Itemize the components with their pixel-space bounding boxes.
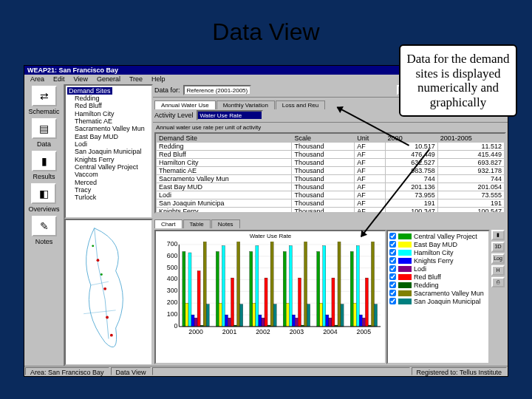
legend-item[interactable]: Sacramento Valley Mun: [389, 290, 487, 297]
tree-item[interactable]: Vaccom: [67, 171, 150, 178]
menu-area[interactable]: Area: [26, 75, 49, 83]
tree-item[interactable]: Merced: [67, 179, 150, 186]
svg-rect-46: [262, 318, 265, 327]
variable-combo[interactable]: Water Use Rate: [197, 110, 263, 120]
legend-item[interactable]: Hamilton City: [389, 249, 487, 256]
tree-item[interactable]: Thematic AE: [67, 117, 150, 125]
chart-panel[interactable]: Water Use Rate 0100200300400500600700200…: [154, 230, 386, 364]
table-row[interactable]: San Joaquin MunicipaThousandAF191191: [157, 199, 505, 207]
tree-item[interactable]: Redding: [67, 95, 150, 102]
tab-monthly variation[interactable]: Monthly Variation: [216, 100, 275, 109]
tree-item[interactable]: Lodi: [67, 140, 150, 148]
cell: AF: [355, 174, 385, 183]
legend-item[interactable]: Knights Ferry: [389, 257, 487, 265]
menu-help[interactable]: Help: [147, 75, 170, 83]
overviews-icon: ◧: [31, 183, 56, 204]
chart-legend[interactable]: Central Valley ProjectEast Bay MUDHamilt…: [386, 230, 490, 364]
tree-item[interactable]: Hamilton City: [67, 110, 150, 117]
legend-checkbox[interactable]: [389, 298, 396, 304]
table-row[interactable]: Red BluffThousandAF476.449415.449: [157, 150, 505, 158]
cell: AF: [355, 142, 385, 150]
tree-item[interactable]: Tracy: [67, 186, 150, 194]
legend-checkbox[interactable]: [389, 241, 396, 248]
chart-side-button[interactable]: H: [491, 265, 505, 276]
legend-item[interactable]: Central Valley Project: [389, 233, 487, 240]
menu-view[interactable]: View: [69, 75, 92, 83]
svg-point-2: [106, 316, 109, 318]
tab-table[interactable]: Table: [183, 219, 211, 228]
scenario-combo[interactable]: Reference (2001-2005): [183, 85, 252, 95]
legend-item[interactable]: Red Bluff: [389, 273, 487, 281]
map-panel[interactable]: [64, 219, 153, 366]
tab-notes[interactable]: Notes: [211, 219, 240, 228]
col-header[interactable]: 2001-2005: [437, 134, 504, 142]
tree-selected[interactable]: Demand Sites: [67, 87, 112, 95]
menu-tree[interactable]: Tree: [125, 75, 147, 83]
tree-item[interactable]: Central Valley Project: [67, 163, 150, 171]
legend-item[interactable]: Lodi: [389, 265, 487, 273]
legend-checkbox[interactable]: [389, 273, 396, 280]
table-row[interactable]: Hamilton CityThousandAF632.527693.827: [157, 158, 505, 166]
legend-checkbox[interactable]: [389, 265, 396, 272]
col-header[interactable]: Scale: [292, 134, 355, 142]
legend-checkbox[interactable]: [389, 282, 396, 288]
table-row[interactable]: Knights FerryThousandAF100.347100.547: [157, 207, 505, 214]
svg-point-1: [103, 287, 106, 290]
tree-item[interactable]: Knights Ferry: [67, 156, 150, 163]
legend-checkbox[interactable]: [389, 257, 396, 264]
legend-checkbox[interactable]: [389, 249, 396, 256]
cell: Knights Ferry: [157, 207, 292, 214]
svg-rect-67: [332, 278, 335, 327]
tab-annual water use[interactable]: Annual Water Use: [154, 100, 216, 109]
svg-text:500: 500: [167, 263, 178, 270]
data-table[interactable]: Demand SiteScaleUnit20002001-2005Redding…: [154, 132, 506, 214]
svg-text:2001: 2001: [222, 327, 237, 335]
col-header[interactable]: Demand Site: [157, 134, 292, 142]
table-row[interactable]: ReddingThousandAF10.51711.512: [157, 142, 505, 150]
legend-item[interactable]: San Joaquin Municipal: [389, 298, 487, 305]
cell: Thematic AE: [157, 166, 292, 174]
cell: 744: [385, 174, 437, 183]
cell: 11.512: [437, 142, 504, 150]
mid-tabs: ChartTableNotes: [153, 216, 508, 228]
tab-loss and reu[interactable]: Loss and Reu: [276, 100, 325, 109]
legend-checkbox[interactable]: [389, 233, 396, 239]
svg-rect-80: [375, 304, 378, 326]
nav-notes[interactable]: ✎Notes: [32, 216, 57, 245]
svg-rect-55: [292, 315, 295, 327]
svg-rect-40: [240, 304, 243, 326]
table-row[interactable]: Thematic AEThousandAF983.758932.178: [157, 166, 505, 174]
menu-edit[interactable]: Edit: [49, 75, 69, 83]
tree-item[interactable]: Turlock: [67, 194, 150, 201]
legend-checkbox[interactable]: [389, 290, 396, 296]
nav-data[interactable]: ▤Data: [32, 118, 57, 148]
menu-general[interactable]: General: [92, 75, 125, 83]
tree-item[interactable]: East Bay MUD: [67, 133, 150, 140]
datafor-label: Data for:: [154, 86, 180, 94]
nav-results[interactable]: ▮Results: [32, 151, 57, 180]
tree-item[interactable]: Sacramento Valley Mun: [67, 125, 150, 132]
chart-side-button[interactable]: 3D: [491, 242, 505, 252]
tree-item[interactable]: Red Bluff: [67, 102, 150, 109]
chart-side-button[interactable]: ▮: [491, 230, 505, 240]
tree-item[interactable]: San Joaquin Municipal: [67, 148, 150, 155]
nav-label: Schematic: [28, 108, 59, 115]
cell: 191: [437, 199, 504, 207]
legend-item[interactable]: Redding: [389, 282, 487, 289]
col-header[interactable]: Unit: [355, 134, 385, 142]
svg-point-3: [110, 333, 113, 336]
legend-item[interactable]: East Bay MUD: [389, 241, 487, 248]
table-row[interactable]: LodiThousandAF73.95573.555: [157, 191, 505, 199]
svg-rect-62: [317, 251, 320, 327]
nav-schematic[interactable]: ⇄Schematic: [28, 86, 59, 115]
cell: Thousand: [292, 191, 355, 199]
svg-rect-43: [253, 303, 256, 327]
nav-overviews[interactable]: ◧Overviews: [28, 183, 59, 213]
tab-chart[interactable]: Chart: [154, 219, 183, 228]
chart-side-button[interactable]: ⎙: [491, 277, 505, 287]
chart-side-button[interactable]: Log: [491, 253, 505, 264]
table-row[interactable]: Sacramento Valley MunThousandAF744744: [157, 174, 505, 183]
table-row[interactable]: East Bay MUDThousandAF201.136201.054: [157, 183, 505, 191]
slide-title: Data View: [0, 18, 532, 46]
tree-panel[interactable]: Demand SitesReddingRed BluffHamilton Cit…: [64, 84, 153, 219]
